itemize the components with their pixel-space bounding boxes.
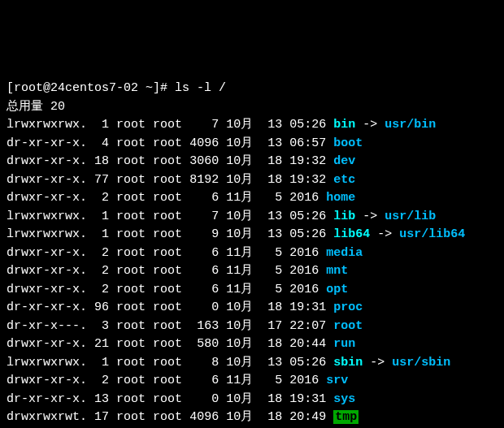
group: root (153, 173, 182, 187)
owner: root (116, 191, 146, 205)
permissions: drwxr-xr-x. (7, 191, 87, 205)
time: 19:31 (289, 300, 326, 314)
group: root (153, 300, 182, 314)
day: 18 (260, 173, 282, 187)
time: 20:49 (289, 410, 326, 424)
time: 05:26 (289, 210, 326, 223)
day: 5 (260, 283, 282, 296)
day: 13 (260, 136, 282, 150)
month: 10月 (226, 392, 253, 406)
permissions: drwxr-xr-x. (7, 374, 87, 387)
permissions: dr-xr-x---. (7, 319, 87, 333)
listing-row: drwxr-xr-x. 2 root root 6 11月 5 2016 hom… (7, 189, 497, 208)
owner: root (116, 300, 146, 314)
month: 10月 (226, 319, 253, 333)
listing-row: lrwxrwxrwx. 1 root root 7 10月 13 05:26 b… (7, 116, 497, 135)
size: 0 (189, 392, 219, 406)
file-name: lib64 (333, 227, 370, 241)
owner: root (116, 356, 146, 370)
file-name: proc (333, 300, 363, 314)
link-count: 2 (94, 246, 109, 260)
owner: root (116, 374, 146, 387)
listing-row: lrwxrwxrwx. 1 root root 8 10月 13 05:26 s… (7, 354, 497, 373)
listing-row: lrwxrwxrwx. 1 root root 9 10月 13 05:26 l… (7, 226, 497, 244)
month: 11月 (226, 283, 253, 296)
day: 5 (260, 246, 282, 260)
size: 163 (189, 319, 219, 333)
day: 18 (260, 392, 282, 406)
time: 2016 (289, 191, 319, 205)
month: 10月 (226, 300, 253, 314)
symlink-target: usr/sbin (392, 356, 450, 370)
symlink-target: usr/bin (385, 118, 436, 132)
link-count: 4 (94, 136, 109, 150)
month: 10月 (226, 118, 253, 132)
link-count: 17 (94, 410, 109, 424)
owner: root (116, 410, 146, 424)
size: 8 (189, 356, 219, 370)
month: 11月 (226, 246, 253, 260)
month: 10月 (226, 136, 253, 150)
time: 2016 (289, 374, 319, 387)
owner: root (116, 337, 146, 351)
link-count: 2 (94, 264, 109, 278)
group: root (153, 392, 182, 406)
time: 06:57 (289, 136, 326, 150)
size: 0 (189, 300, 219, 314)
file-name: home (326, 191, 355, 205)
time: 05:26 (289, 118, 326, 132)
day: 18 (260, 410, 282, 424)
size: 9 (189, 227, 219, 241)
day: 13 (260, 227, 282, 241)
month: 10月 (226, 337, 253, 351)
month: 11月 (226, 191, 253, 205)
size: 6 (189, 246, 219, 260)
group: root (153, 191, 182, 205)
size: 6 (189, 283, 219, 296)
size: 6 (189, 374, 219, 387)
permissions: dr-xr-xr-x. (7, 136, 87, 150)
file-name: tmp (333, 410, 358, 424)
command-text: ls -l / (175, 81, 226, 95)
listing-row: drwxr-xr-x. 2 root root 6 11月 5 2016 srv (7, 372, 497, 391)
symlink-target: usr/lib (385, 210, 436, 223)
link-count: 1 (94, 356, 109, 370)
owner: root (116, 136, 146, 150)
listing-row: dr-xr-xr-x. 4 root root 4096 10月 13 06:5… (7, 135, 497, 153)
month: 11月 (226, 264, 253, 278)
group: root (153, 210, 182, 223)
time: 19:32 (289, 173, 326, 187)
owner: root (116, 246, 146, 260)
permissions: dr-xr-xr-x. (7, 392, 87, 406)
link-count: 21 (94, 337, 109, 351)
day: 18 (260, 154, 282, 168)
owner: root (116, 227, 146, 241)
file-name: dev (333, 154, 355, 168)
size: 7 (189, 118, 219, 132)
file-name: bin (333, 118, 355, 132)
owner: root (116, 264, 146, 278)
group: root (153, 227, 182, 241)
file-name: boot (333, 136, 363, 150)
owner: root (116, 154, 146, 168)
permissions: drwxr-xr-x. (7, 283, 87, 296)
file-name: root (333, 319, 363, 333)
group: root (153, 154, 182, 168)
link-count: 2 (94, 283, 109, 296)
prompt-user-host: [root@24centos7-02 ~]# (7, 81, 167, 95)
size: 4096 (189, 136, 219, 150)
day: 13 (260, 356, 282, 370)
file-name: run (333, 337, 355, 351)
link-count: 1 (94, 227, 109, 241)
day: 17 (260, 319, 282, 333)
symlink-arrow: -> (377, 227, 392, 241)
group: root (153, 410, 182, 424)
symlink-arrow: -> (363, 210, 377, 223)
file-name: mnt (326, 264, 348, 278)
link-count: 2 (94, 374, 109, 387)
owner: root (116, 392, 146, 406)
size: 3060 (189, 154, 219, 168)
link-count: 3 (94, 319, 109, 333)
permissions: dr-xr-xr-x. (7, 300, 87, 314)
group: root (153, 118, 182, 132)
